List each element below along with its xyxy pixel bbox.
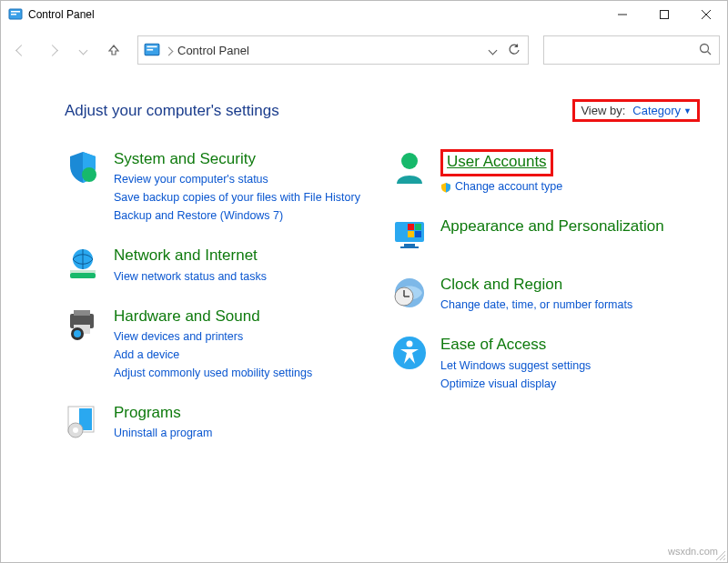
recent-locations-button[interactable] [70,37,96,63]
category-link[interactable]: View network status and tasks [114,268,267,285]
category-link[interactable]: Optimize visual display [440,376,591,392]
search-icon [699,43,712,58]
content-area: Adjust your computer's settings View by:… [1,72,727,459]
categories-grid: System and Security Review your computer… [65,149,700,441]
shield-icon [65,149,101,186]
maximize-button[interactable] [643,1,685,28]
category-link[interactable]: View devices and printers [114,328,312,345]
view-by-label: View by: [581,104,625,117]
heading-row: Adjust your computer's settings View by:… [65,99,700,122]
svg-point-21 [74,330,81,337]
svg-rect-1 [11,11,20,13]
svg-rect-15 [70,273,96,278]
svg-rect-18 [74,310,90,316]
title-bar-left: Control Panel [8,7,95,22]
category-link[interactable]: Adjust commonly used mobility settings [114,365,312,381]
page-heading: Adjust your computer's settings [65,102,279,120]
svg-point-12 [82,167,96,182]
category-link[interactable]: Let Windows suggest settings [440,357,591,374]
view-by-selector[interactable]: View by: Category ▼ [572,99,700,122]
globe-network-icon [65,246,101,282]
window-title: Control Panel [28,8,95,21]
printer-camera-icon [65,307,101,343]
up-button[interactable] [101,37,126,63]
category-appearance-personalization: Appearance and Personalization [391,216,700,253]
svg-rect-30 [408,224,414,230]
category-title[interactable]: Clock and Region [440,275,632,295]
svg-rect-33 [415,231,421,237]
category-programs: Programs Uninstall a program [65,403,373,441]
category-title[interactable]: System and Security [114,149,360,169]
right-column: User Accounts Change account type Appear… [391,149,700,441]
search-box[interactable] [543,35,720,65]
category-clock-region: Clock and Region Change date, time, or n… [391,275,700,313]
window-frame: Control Panel Control Panel Adjust [0,0,728,563]
category-link[interactable]: Review your computer's status [114,171,360,187]
address-bar[interactable]: Control Panel [137,35,529,65]
category-title[interactable]: Ease of Access [440,335,591,355]
chevron-right-icon [166,44,172,57]
address-icon [144,42,160,58]
svg-point-39 [407,341,413,347]
svg-line-42 [723,558,725,560]
category-title[interactable]: User Accounts [440,149,553,176]
uac-shield-icon [440,181,451,192]
category-link[interactable]: Change date, time, or number formats [440,297,632,313]
toolbar: Control Panel [1,28,727,72]
svg-rect-31 [415,224,421,230]
svg-rect-28 [404,244,415,246]
close-button[interactable] [685,1,727,28]
monitor-grid-icon [391,216,428,253]
title-bar: Control Panel [1,1,727,28]
category-title[interactable]: Network and Internet [114,246,267,266]
forward-button[interactable] [39,37,65,63]
svg-line-11 [708,51,712,55]
programs-icon [65,403,101,439]
svg-rect-32 [408,231,414,237]
clock-globe-icon [391,275,428,311]
category-link[interactable]: Backup and Restore (Windows 7) [114,207,360,224]
svg-rect-16 [70,270,96,273]
category-hardware-sound: Hardware and Sound View devices and prin… [65,307,373,381]
svg-point-10 [701,44,709,52]
svg-rect-8 [147,46,157,48]
window-controls [602,1,727,28]
refresh-button[interactable] [506,42,522,58]
category-link[interactable]: Change account type [440,178,562,195]
user-icon [391,149,428,186]
view-by-value: Category ▼ [632,104,692,117]
address-text: Control Panel [177,44,479,57]
resize-grip[interactable] [713,548,726,561]
address-dropdown-button[interactable] [484,42,500,58]
category-system-security: System and Security Review your computer… [65,149,373,224]
svg-rect-9 [147,49,153,51]
svg-rect-29 [400,246,419,248]
minimize-button[interactable] [602,1,643,28]
control-panel-icon [8,7,23,22]
category-link[interactable]: Uninstall a program [114,425,212,441]
left-column: System and Security Review your computer… [65,149,373,441]
category-link[interactable]: Add a device [114,347,312,363]
category-ease-of-access: Ease of Access Let Windows suggest setti… [391,335,700,391]
svg-point-26 [401,153,418,169]
category-title[interactable]: Programs [114,403,212,423]
watermark: wsxdn.com [668,546,718,557]
accessibility-icon [391,335,428,371]
category-title[interactable]: Appearance and Personalization [440,216,664,236]
svg-rect-2 [11,14,16,15]
category-user-accounts: User Accounts Change account type [391,149,700,195]
category-network-internet: Network and Internet View network status… [65,246,373,284]
svg-point-25 [73,427,78,433]
category-title[interactable]: Hardware and Sound [114,307,312,327]
back-button[interactable] [8,37,34,63]
svg-rect-4 [661,11,669,19]
category-link[interactable]: Save backup copies of your files with Fi… [114,189,360,206]
